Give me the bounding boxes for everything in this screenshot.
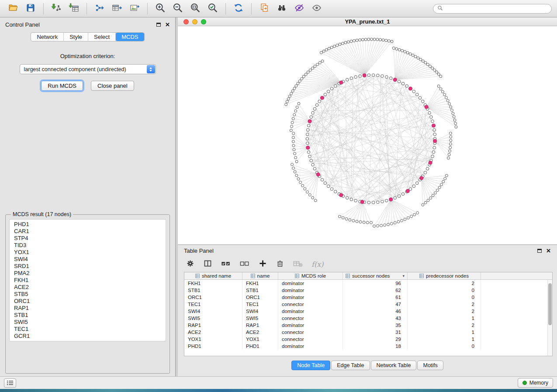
zoom-fit-button[interactable] bbox=[187, 2, 203, 15]
table-row[interactable]: SWI4 SWI4 dominator 46 2 bbox=[184, 308, 552, 315]
export-table-button[interactable] bbox=[109, 2, 125, 15]
select-all-rows-icon[interactable] bbox=[221, 259, 231, 269]
mcds-result-item[interactable]: STB1 bbox=[14, 312, 161, 319]
sort-icon bbox=[346, 274, 350, 278]
column-header-filler bbox=[481, 272, 552, 279]
mcds-result-item[interactable]: TID3 bbox=[14, 242, 161, 249]
close-panel-icon-button[interactable]: ✕ bbox=[165, 22, 170, 28]
close-window-button[interactable] bbox=[183, 19, 189, 24]
table-row[interactable]: TEC1 TEC1 connector 47 2 bbox=[184, 301, 552, 308]
add-column-icon[interactable] bbox=[258, 259, 267, 269]
criterion-dropdown[interactable]: largest connected component (undirected) bbox=[20, 64, 156, 74]
scrollbar-thumb[interactable] bbox=[548, 283, 552, 325]
column-header-name[interactable]: name bbox=[242, 272, 278, 279]
column-header-shared-name[interactable]: shared name bbox=[184, 272, 242, 279]
delete-table-icon[interactable] bbox=[293, 259, 303, 269]
mcds-result-item[interactable]: ACE2 bbox=[14, 284, 161, 291]
tab-motifs[interactable]: Motifs bbox=[417, 361, 443, 370]
delete-column-icon[interactable] bbox=[276, 259, 284, 269]
column-header-predecessor-nodes[interactable]: predecessor nodes bbox=[408, 272, 481, 279]
search-input[interactable] bbox=[445, 6, 547, 12]
sort-icon bbox=[419, 274, 424, 278]
mcds-result-item[interactable]: PHD1 bbox=[14, 221, 161, 228]
mcds-result-item[interactable]: YOX1 bbox=[14, 249, 161, 256]
mcds-result-item[interactable]: FKH1 bbox=[14, 277, 161, 284]
column-header-mcds-role[interactable]: MCDS role bbox=[278, 272, 343, 279]
clone-document-icon bbox=[259, 3, 270, 14]
clone-network-button[interactable] bbox=[256, 2, 272, 15]
zoom-out-button[interactable] bbox=[170, 2, 186, 15]
import-table-icon bbox=[69, 3, 79, 14]
control-panel: Control Panel ✕ Network Style Select MCD… bbox=[0, 17, 176, 376]
mcds-result-item[interactable]: RAP1 bbox=[14, 305, 161, 312]
table-row[interactable]: FKH1 FKH1 dominator 96 2 bbox=[184, 280, 552, 287]
table-header-row: shared name name MCDS role successo bbox=[184, 272, 552, 280]
tab-mcds[interactable]: MCDS bbox=[116, 33, 144, 41]
network-graph[interactable] bbox=[178, 26, 557, 244]
refresh-view-button[interactable] bbox=[231, 2, 246, 15]
search-field[interactable] bbox=[433, 4, 552, 14]
export-network-button[interactable] bbox=[92, 2, 107, 15]
show-panel-list-button[interactable] bbox=[4, 378, 16, 388]
zoom-in-icon bbox=[155, 2, 166, 15]
close-panel-button[interactable]: Close panel bbox=[91, 81, 134, 91]
table-row[interactable]: STB1 STB1 dominator 62 0 bbox=[184, 287, 552, 294]
deselect-all-rows-icon[interactable] bbox=[239, 259, 250, 269]
table-row[interactable]: SWI5 SWI5 connector 43 1 bbox=[184, 315, 552, 322]
import-table-button[interactable] bbox=[66, 2, 82, 15]
save-session-button[interactable] bbox=[23, 2, 38, 15]
float-panel-button[interactable] bbox=[156, 23, 161, 27]
tab-network-table[interactable]: Network Table bbox=[371, 361, 417, 370]
zoom-in-button[interactable] bbox=[152, 2, 168, 15]
mcds-result-item[interactable]: STB5 bbox=[14, 291, 161, 298]
mcds-result-item[interactable]: PMA2 bbox=[14, 270, 161, 277]
tab-style[interactable]: Style bbox=[64, 33, 88, 41]
dropdown-stepper-icon bbox=[147, 65, 155, 73]
memory-button[interactable]: Memory bbox=[518, 378, 553, 388]
mcds-result-title: MCDS result (17 nodes) bbox=[11, 211, 73, 217]
import-network-button[interactable] bbox=[48, 2, 64, 15]
show-all-button[interactable] bbox=[309, 2, 325, 15]
tab-edge-table[interactable]: Edge Table bbox=[331, 361, 370, 370]
mcds-result-item[interactable]: CAR1 bbox=[14, 228, 161, 235]
close-table-panel-button[interactable]: ✕ bbox=[546, 248, 551, 254]
mcds-result-item[interactable]: TEC1 bbox=[14, 326, 161, 333]
table-row[interactable]: ORC1 ORC1 dominator 61 0 bbox=[184, 294, 552, 301]
maximize-window-button[interactable] bbox=[201, 19, 206, 24]
mcds-result-item[interactable]: SWI4 bbox=[14, 256, 161, 263]
list-icon bbox=[7, 380, 14, 385]
right-pane: YPA_prune.txt_1 Table Panel ✕ bbox=[176, 17, 557, 376]
show-columns-icon[interactable] bbox=[203, 259, 212, 269]
status-bar: Memory bbox=[0, 376, 557, 389]
tab-network[interactable]: Network bbox=[31, 33, 64, 41]
refresh-icon bbox=[233, 2, 244, 15]
table-settings-gear-icon[interactable] bbox=[186, 259, 195, 269]
mcds-result-item[interactable]: SRD1 bbox=[14, 263, 161, 270]
table-row[interactable]: PHD1 PHD1 dominator 18 0 bbox=[184, 343, 552, 350]
export-image-button[interactable] bbox=[127, 2, 142, 15]
node-table: shared name name MCDS role successo bbox=[184, 272, 553, 356]
run-mcds-button[interactable]: Run MCDS bbox=[41, 81, 83, 91]
table-row[interactable]: YOX1 YOX1 connector 29 1 bbox=[184, 336, 552, 343]
table-row[interactable]: ACE2 ACE2 connector 31 1 bbox=[184, 329, 552, 336]
float-table-panel-button[interactable] bbox=[537, 249, 542, 253]
mcds-result-item[interactable]: ORC1 bbox=[14, 298, 161, 305]
open-file-button[interactable] bbox=[5, 2, 21, 15]
table-row[interactable]: RAP1 RAP1 dominator 35 2 bbox=[184, 322, 552, 329]
network-view-window: YPA_prune.txt_1 bbox=[178, 17, 557, 244]
mcds-result-item[interactable]: SWI5 bbox=[14, 319, 161, 326]
first-neighbors-button[interactable] bbox=[274, 2, 290, 15]
zoom-selected-button[interactable] bbox=[205, 2, 221, 15]
network-window-titlebar[interactable]: YPA_prune.txt_1 bbox=[178, 17, 557, 26]
mcds-result-item[interactable]: GCR1 bbox=[14, 333, 161, 340]
export-network-icon bbox=[94, 3, 105, 14]
tab-node-table[interactable]: Node Table bbox=[291, 361, 330, 370]
mcds-result-item[interactable]: STP4 bbox=[14, 235, 161, 242]
tab-select[interactable]: Select bbox=[88, 33, 116, 41]
minimize-window-button[interactable] bbox=[192, 19, 197, 24]
function-builder-icon[interactable]: f(x) bbox=[311, 260, 323, 268]
network-canvas[interactable] bbox=[178, 26, 557, 244]
table-scrollbar[interactable] bbox=[547, 280, 552, 356]
hide-selected-button[interactable] bbox=[291, 2, 307, 15]
column-header-successor-nodes[interactable]: successor nodes ▾ bbox=[343, 272, 408, 279]
